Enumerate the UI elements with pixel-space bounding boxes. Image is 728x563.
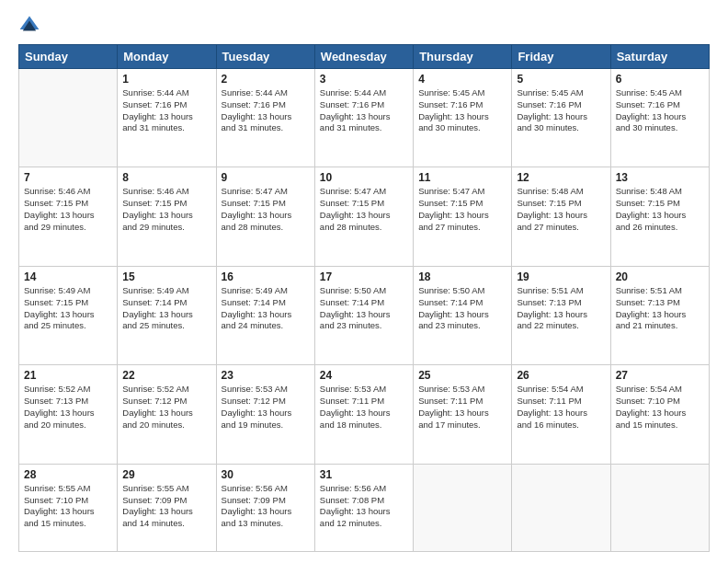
calendar-cell: 21Sunrise: 5:52 AMSunset: 7:13 PMDayligh…	[19, 365, 118, 464]
day-info: Sunrise: 5:45 AMSunset: 7:16 PMDaylight:…	[418, 87, 506, 134]
calendar-week-row: 14Sunrise: 5:49 AMSunset: 7:15 PMDayligh…	[19, 266, 710, 364]
calendar-cell: 8Sunrise: 5:46 AMSunset: 7:15 PMDaylight…	[118, 167, 216, 266]
day-info: Sunrise: 5:52 AMSunset: 7:13 PMDaylight:…	[24, 384, 112, 431]
calendar-cell	[19, 69, 118, 167]
day-number: 18	[418, 270, 506, 283]
day-info: Sunrise: 5:44 AMSunset: 7:16 PMDaylight:…	[122, 87, 210, 134]
day-number: 12	[517, 171, 605, 184]
day-info: Sunrise: 5:47 AMSunset: 7:15 PMDaylight:…	[222, 186, 310, 233]
day-info: Sunrise: 5:44 AMSunset: 7:16 PMDaylight:…	[320, 87, 408, 134]
day-number: 31	[320, 468, 408, 481]
calendar-cell: 6Sunrise: 5:45 AMSunset: 7:16 PMDaylight…	[610, 69, 709, 167]
day-number: 30	[222, 468, 310, 481]
day-number: 28	[24, 468, 112, 481]
calendar-cell: 10Sunrise: 5:47 AMSunset: 7:15 PMDayligh…	[314, 167, 413, 266]
calendar-cell	[610, 464, 709, 551]
calendar-cell: 22Sunrise: 5:52 AMSunset: 7:12 PMDayligh…	[118, 365, 216, 464]
calendar-cell: 9Sunrise: 5:47 AMSunset: 7:15 PMDaylight…	[216, 167, 314, 266]
day-number: 9	[222, 171, 310, 184]
calendar-day-header: Tuesday	[216, 45, 314, 69]
calendar-cell: 11Sunrise: 5:47 AMSunset: 7:15 PMDayligh…	[414, 167, 512, 266]
calendar-cell: 19Sunrise: 5:51 AMSunset: 7:13 PMDayligh…	[512, 266, 610, 364]
calendar-week-row: 28Sunrise: 5:55 AMSunset: 7:10 PMDayligh…	[19, 464, 710, 551]
calendar-cell: 17Sunrise: 5:50 AMSunset: 7:14 PMDayligh…	[314, 266, 413, 364]
day-info: Sunrise: 5:50 AMSunset: 7:14 PMDaylight:…	[320, 285, 408, 332]
day-number: 5	[517, 73, 605, 86]
day-number: 14	[24, 270, 112, 283]
day-number: 6	[616, 73, 704, 86]
day-info: Sunrise: 5:55 AMSunset: 7:10 PMDaylight:…	[24, 483, 112, 530]
day-number: 20	[616, 270, 704, 283]
calendar-cell: 24Sunrise: 5:53 AMSunset: 7:11 PMDayligh…	[314, 365, 413, 464]
day-number: 23	[222, 369, 310, 382]
day-number: 17	[320, 270, 408, 283]
calendar-cell: 2Sunrise: 5:44 AMSunset: 7:16 PMDaylight…	[216, 69, 314, 167]
calendar-cell: 5Sunrise: 5:45 AMSunset: 7:16 PMDaylight…	[512, 69, 610, 167]
calendar-cell: 26Sunrise: 5:54 AMSunset: 7:11 PMDayligh…	[512, 365, 610, 464]
day-info: Sunrise: 5:52 AMSunset: 7:12 PMDaylight:…	[122, 384, 210, 431]
day-number: 29	[122, 468, 210, 481]
calendar-week-row: 1Sunrise: 5:44 AMSunset: 7:16 PMDaylight…	[19, 69, 710, 167]
day-info: Sunrise: 5:53 AMSunset: 7:12 PMDaylight:…	[222, 384, 310, 431]
calendar-cell: 28Sunrise: 5:55 AMSunset: 7:10 PMDayligh…	[19, 464, 118, 551]
day-info: Sunrise: 5:54 AMSunset: 7:11 PMDaylight:…	[517, 384, 605, 431]
calendar-week-row: 21Sunrise: 5:52 AMSunset: 7:13 PMDayligh…	[19, 365, 710, 464]
day-number: 16	[222, 270, 310, 283]
day-info: Sunrise: 5:46 AMSunset: 7:15 PMDaylight:…	[122, 186, 210, 233]
day-number: 24	[320, 369, 408, 382]
calendar-cell: 3Sunrise: 5:44 AMSunset: 7:16 PMDaylight…	[314, 69, 413, 167]
logo	[18, 15, 44, 37]
day-number: 7	[24, 171, 112, 184]
day-info: Sunrise: 5:56 AMSunset: 7:08 PMDaylight:…	[320, 483, 408, 530]
calendar-cell: 25Sunrise: 5:53 AMSunset: 7:11 PMDayligh…	[414, 365, 512, 464]
calendar-day-header: Wednesday	[314, 45, 413, 69]
day-info: Sunrise: 5:46 AMSunset: 7:15 PMDaylight:…	[24, 186, 112, 233]
day-info: Sunrise: 5:51 AMSunset: 7:13 PMDaylight:…	[517, 285, 605, 332]
calendar-cell: 31Sunrise: 5:56 AMSunset: 7:08 PMDayligh…	[314, 464, 413, 551]
day-info: Sunrise: 5:47 AMSunset: 7:15 PMDaylight:…	[418, 186, 506, 233]
page: SundayMondayTuesdayWednesdayThursdayFrid…	[0, 0, 728, 563]
calendar-cell: 16Sunrise: 5:49 AMSunset: 7:14 PMDayligh…	[216, 266, 314, 364]
calendar-cell	[512, 464, 610, 551]
day-number: 21	[24, 369, 112, 382]
calendar-cell: 29Sunrise: 5:55 AMSunset: 7:09 PMDayligh…	[118, 464, 216, 551]
day-number: 10	[320, 171, 408, 184]
calendar: SundayMondayTuesdayWednesdayThursdayFrid…	[18, 44, 710, 552]
calendar-cell	[414, 464, 512, 551]
day-info: Sunrise: 5:49 AMSunset: 7:15 PMDaylight:…	[24, 285, 112, 332]
day-number: 27	[616, 369, 704, 382]
day-number: 13	[616, 171, 704, 184]
calendar-cell: 23Sunrise: 5:53 AMSunset: 7:12 PMDayligh…	[216, 365, 314, 464]
calendar-cell: 7Sunrise: 5:46 AMSunset: 7:15 PMDaylight…	[19, 167, 118, 266]
calendar-cell: 4Sunrise: 5:45 AMSunset: 7:16 PMDaylight…	[414, 69, 512, 167]
day-info: Sunrise: 5:48 AMSunset: 7:15 PMDaylight:…	[517, 186, 605, 233]
day-info: Sunrise: 5:48 AMSunset: 7:15 PMDaylight:…	[616, 186, 704, 233]
calendar-day-header: Saturday	[610, 45, 709, 69]
calendar-cell: 13Sunrise: 5:48 AMSunset: 7:15 PMDayligh…	[610, 167, 709, 266]
calendar-day-header: Sunday	[19, 45, 118, 69]
day-info: Sunrise: 5:45 AMSunset: 7:16 PMDaylight:…	[517, 87, 605, 134]
calendar-day-header: Thursday	[414, 45, 512, 69]
calendar-cell: 18Sunrise: 5:50 AMSunset: 7:14 PMDayligh…	[414, 266, 512, 364]
day-number: 25	[418, 369, 506, 382]
logo-icon	[18, 15, 40, 37]
day-info: Sunrise: 5:44 AMSunset: 7:16 PMDaylight:…	[222, 87, 310, 134]
calendar-cell: 14Sunrise: 5:49 AMSunset: 7:15 PMDayligh…	[19, 266, 118, 364]
calendar-day-header: Friday	[512, 45, 610, 69]
day-info: Sunrise: 5:47 AMSunset: 7:15 PMDaylight:…	[320, 186, 408, 233]
calendar-cell: 15Sunrise: 5:49 AMSunset: 7:14 PMDayligh…	[118, 266, 216, 364]
day-number: 4	[418, 73, 506, 86]
day-info: Sunrise: 5:54 AMSunset: 7:10 PMDaylight:…	[616, 384, 704, 431]
calendar-cell: 30Sunrise: 5:56 AMSunset: 7:09 PMDayligh…	[216, 464, 314, 551]
day-number: 2	[222, 73, 310, 86]
day-number: 22	[122, 369, 210, 382]
day-number: 26	[517, 369, 605, 382]
day-info: Sunrise: 5:56 AMSunset: 7:09 PMDaylight:…	[222, 483, 310, 530]
day-number: 11	[418, 171, 506, 184]
day-number: 1	[122, 73, 210, 86]
day-info: Sunrise: 5:49 AMSunset: 7:14 PMDaylight:…	[222, 285, 310, 332]
day-info: Sunrise: 5:50 AMSunset: 7:14 PMDaylight:…	[418, 285, 506, 332]
header	[18, 15, 710, 37]
calendar-header-row: SundayMondayTuesdayWednesdayThursdayFrid…	[19, 45, 710, 69]
calendar-cell: 12Sunrise: 5:48 AMSunset: 7:15 PMDayligh…	[512, 167, 610, 266]
